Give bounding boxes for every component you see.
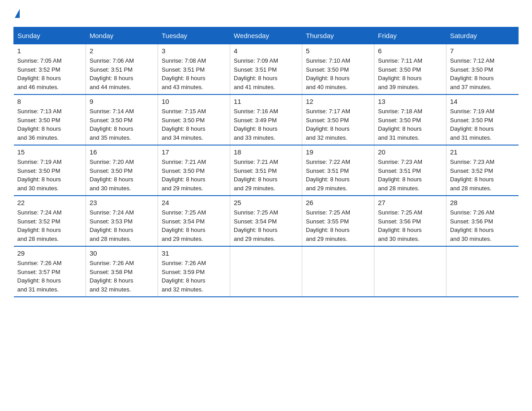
calendar-cell: 14Sunrise: 7:19 AMSunset: 3:50 PMDayligh… <box>446 94 519 145</box>
day-info: Sunrise: 7:18 AMSunset: 3:50 PMDaylight:… <box>378 107 442 142</box>
day-info: Sunrise: 7:05 AMSunset: 3:52 PMDaylight:… <box>17 56 82 91</box>
day-number: 10 <box>162 98 226 105</box>
calendar-cell: 3Sunrise: 7:08 AMSunset: 3:51 PMDaylight… <box>158 44 230 95</box>
day-info: Sunrise: 7:26 AMSunset: 3:59 PMDaylight:… <box>162 259 226 294</box>
calendar-cell: 1Sunrise: 7:05 AMSunset: 3:52 PMDaylight… <box>14 44 86 95</box>
day-info: Sunrise: 7:25 AMSunset: 3:55 PMDaylight:… <box>306 208 370 243</box>
day-number: 31 <box>162 249 226 257</box>
day-info: Sunrise: 7:16 AMSunset: 3:49 PMDaylight:… <box>234 107 298 142</box>
day-number: 16 <box>90 148 154 156</box>
day-number: 3 <box>162 47 226 55</box>
day-info: Sunrise: 7:25 AMSunset: 3:54 PMDaylight:… <box>162 208 226 243</box>
day-info: Sunrise: 7:11 AMSunset: 3:50 PMDaylight:… <box>378 56 442 91</box>
day-number: 11 <box>234 98 298 105</box>
day-info: Sunrise: 7:13 AMSunset: 3:50 PMDaylight:… <box>17 107 82 142</box>
day-info: Sunrise: 7:06 AMSunset: 3:51 PMDaylight:… <box>90 56 154 91</box>
day-info: Sunrise: 7:24 AMSunset: 3:52 PMDaylight:… <box>17 208 82 243</box>
day-number: 21 <box>450 148 515 156</box>
day-number: 2 <box>90 47 154 55</box>
day-number: 4 <box>234 47 298 55</box>
day-info: Sunrise: 7:08 AMSunset: 3:51 PMDaylight:… <box>162 56 226 91</box>
calendar-week-row: 22Sunrise: 7:24 AMSunset: 3:52 PMDayligh… <box>14 196 519 246</box>
calendar-cell: 19Sunrise: 7:22 AMSunset: 3:51 PMDayligh… <box>302 145 374 196</box>
calendar-week-row: 15Sunrise: 7:19 AMSunset: 3:50 PMDayligh… <box>14 145 519 196</box>
calendar-cell <box>302 246 374 297</box>
weekday-header-sunday: Sunday <box>14 27 86 44</box>
day-info: Sunrise: 7:21 AMSunset: 3:51 PMDaylight:… <box>234 158 298 193</box>
day-number: 25 <box>234 199 298 206</box>
day-info: Sunrise: 7:23 AMSunset: 3:52 PMDaylight:… <box>450 158 515 193</box>
day-info: Sunrise: 7:17 AMSunset: 3:50 PMDaylight:… <box>306 107 370 142</box>
day-number: 20 <box>378 148 442 156</box>
day-number: 22 <box>17 199 82 206</box>
calendar-cell: 30Sunrise: 7:26 AMSunset: 3:58 PMDayligh… <box>86 246 158 297</box>
day-info: Sunrise: 7:23 AMSunset: 3:51 PMDaylight:… <box>378 158 442 193</box>
calendar-cell: 29Sunrise: 7:26 AMSunset: 3:57 PMDayligh… <box>14 246 86 297</box>
calendar-cell <box>374 246 446 297</box>
logo <box>13 9 20 19</box>
calendar-cell: 4Sunrise: 7:09 AMSunset: 3:51 PMDaylight… <box>230 44 302 95</box>
calendar-cell <box>230 246 302 297</box>
day-info: Sunrise: 7:22 AMSunset: 3:51 PMDaylight:… <box>306 158 370 193</box>
day-number: 17 <box>162 148 226 156</box>
day-number: 14 <box>450 98 515 105</box>
day-info: Sunrise: 7:19 AMSunset: 3:50 PMDaylight:… <box>450 107 515 142</box>
page-header <box>13 9 519 19</box>
day-info: Sunrise: 7:26 AMSunset: 3:56 PMDaylight:… <box>450 208 515 243</box>
calendar-cell: 7Sunrise: 7:12 AMSunset: 3:50 PMDaylight… <box>446 44 519 95</box>
calendar-cell: 26Sunrise: 7:25 AMSunset: 3:55 PMDayligh… <box>302 196 374 246</box>
calendar-cell: 11Sunrise: 7:16 AMSunset: 3:49 PMDayligh… <box>230 94 302 145</box>
day-number: 13 <box>378 98 442 105</box>
calendar-cell: 2Sunrise: 7:06 AMSunset: 3:51 PMDaylight… <box>86 44 158 95</box>
day-number: 6 <box>378 47 442 55</box>
calendar-cell: 9Sunrise: 7:14 AMSunset: 3:50 PMDaylight… <box>86 94 158 145</box>
day-number: 8 <box>17 98 82 105</box>
calendar-cell <box>446 246 519 297</box>
day-info: Sunrise: 7:09 AMSunset: 3:51 PMDaylight:… <box>234 56 298 91</box>
day-number: 28 <box>450 199 515 206</box>
calendar-cell: 17Sunrise: 7:21 AMSunset: 3:50 PMDayligh… <box>158 145 230 196</box>
day-number: 18 <box>234 148 298 156</box>
day-info: Sunrise: 7:19 AMSunset: 3:50 PMDaylight:… <box>17 158 82 193</box>
calendar-week-row: 29Sunrise: 7:26 AMSunset: 3:57 PMDayligh… <box>14 246 519 297</box>
weekday-header-saturday: Saturday <box>446 27 519 44</box>
calendar-cell: 22Sunrise: 7:24 AMSunset: 3:52 PMDayligh… <box>14 196 86 246</box>
day-number: 1 <box>17 47 82 55</box>
day-number: 15 <box>17 148 82 156</box>
calendar-cell: 21Sunrise: 7:23 AMSunset: 3:52 PMDayligh… <box>446 145 519 196</box>
day-number: 24 <box>162 199 226 206</box>
day-number: 19 <box>306 148 370 156</box>
day-info: Sunrise: 7:21 AMSunset: 3:50 PMDaylight:… <box>162 158 226 193</box>
calendar-cell: 16Sunrise: 7:20 AMSunset: 3:50 PMDayligh… <box>86 145 158 196</box>
calendar-week-row: 8Sunrise: 7:13 AMSunset: 3:50 PMDaylight… <box>14 94 519 145</box>
day-info: Sunrise: 7:10 AMSunset: 3:50 PMDaylight:… <box>306 56 370 91</box>
calendar-cell: 5Sunrise: 7:10 AMSunset: 3:50 PMDaylight… <box>302 44 374 95</box>
calendar-cell: 31Sunrise: 7:26 AMSunset: 3:59 PMDayligh… <box>158 246 230 297</box>
day-info: Sunrise: 7:26 AMSunset: 3:58 PMDaylight:… <box>90 259 154 294</box>
day-info: Sunrise: 7:20 AMSunset: 3:50 PMDaylight:… <box>90 158 154 193</box>
calendar-cell: 28Sunrise: 7:26 AMSunset: 3:56 PMDayligh… <box>446 196 519 246</box>
calendar-cell: 13Sunrise: 7:18 AMSunset: 3:50 PMDayligh… <box>374 94 446 145</box>
calendar-cell: 12Sunrise: 7:17 AMSunset: 3:50 PMDayligh… <box>302 94 374 145</box>
day-info: Sunrise: 7:25 AMSunset: 3:54 PMDaylight:… <box>234 208 298 243</box>
calendar-table: SundayMondayTuesdayWednesdayThursdayFrid… <box>13 27 519 297</box>
calendar-cell: 20Sunrise: 7:23 AMSunset: 3:51 PMDayligh… <box>374 145 446 196</box>
calendar-cell: 27Sunrise: 7:25 AMSunset: 3:56 PMDayligh… <box>374 196 446 246</box>
day-info: Sunrise: 7:14 AMSunset: 3:50 PMDaylight:… <box>90 107 154 142</box>
calendar-cell: 25Sunrise: 7:25 AMSunset: 3:54 PMDayligh… <box>230 196 302 246</box>
calendar-cell: 23Sunrise: 7:24 AMSunset: 3:53 PMDayligh… <box>86 196 158 246</box>
day-number: 27 <box>378 199 442 206</box>
day-info: Sunrise: 7:26 AMSunset: 3:57 PMDaylight:… <box>17 259 82 294</box>
calendar-cell: 6Sunrise: 7:11 AMSunset: 3:50 PMDaylight… <box>374 44 446 95</box>
calendar-cell: 8Sunrise: 7:13 AMSunset: 3:50 PMDaylight… <box>14 94 86 145</box>
weekday-header-row: SundayMondayTuesdayWednesdayThursdayFrid… <box>14 27 519 44</box>
calendar-cell: 15Sunrise: 7:19 AMSunset: 3:50 PMDayligh… <box>14 145 86 196</box>
calendar-week-row: 1Sunrise: 7:05 AMSunset: 3:52 PMDaylight… <box>14 44 519 95</box>
day-number: 5 <box>306 47 370 55</box>
day-number: 26 <box>306 199 370 206</box>
logo-triangle-icon <box>15 9 20 18</box>
day-number: 30 <box>90 249 154 257</box>
calendar-cell: 10Sunrise: 7:15 AMSunset: 3:50 PMDayligh… <box>158 94 230 145</box>
day-info: Sunrise: 7:15 AMSunset: 3:50 PMDaylight:… <box>162 107 226 142</box>
day-info: Sunrise: 7:25 AMSunset: 3:56 PMDaylight:… <box>378 208 442 243</box>
